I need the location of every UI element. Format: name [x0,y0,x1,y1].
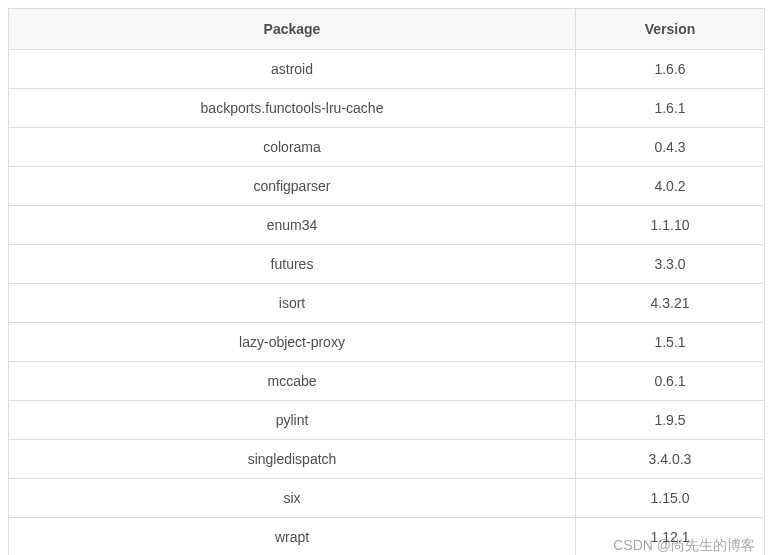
table-row: pylint1.9.5 [9,401,765,440]
cell-package: six [9,479,576,518]
cell-version: 4.0.2 [576,167,765,206]
table-header-row: Package Version [9,9,765,50]
cell-version: 3.3.0 [576,245,765,284]
cell-package: pylint [9,401,576,440]
cell-version: 3.4.0.3 [576,440,765,479]
table-row: astroid1.6.6 [9,50,765,89]
header-version: Version [576,9,765,50]
table-row: backports.functools-lru-cache1.6.1 [9,89,765,128]
cell-package: backports.functools-lru-cache [9,89,576,128]
table-row: six1.15.0 [9,479,765,518]
packages-table: Package Version astroid1.6.6backports.fu… [8,8,765,555]
cell-package: wrapt [9,518,576,556]
cell-version: 1.1.10 [576,206,765,245]
table-row: enum341.1.10 [9,206,765,245]
cell-version: 1.6.6 [576,50,765,89]
table-row: wrapt1.12.1 [9,518,765,556]
cell-package: futures [9,245,576,284]
cell-version: 0.6.1 [576,362,765,401]
cell-package: singledispatch [9,440,576,479]
table-row: configparser4.0.2 [9,167,765,206]
cell-version: 0.4.3 [576,128,765,167]
table-row: lazy-object-proxy1.5.1 [9,323,765,362]
cell-version: 1.6.1 [576,89,765,128]
cell-version: 1.5.1 [576,323,765,362]
table-row: mccabe0.6.1 [9,362,765,401]
table-row: futures3.3.0 [9,245,765,284]
cell-package: colorama [9,128,576,167]
header-package: Package [9,9,576,50]
table-row: singledispatch3.4.0.3 [9,440,765,479]
table-row: colorama0.4.3 [9,128,765,167]
cell-package: lazy-object-proxy [9,323,576,362]
cell-version: 1.9.5 [576,401,765,440]
cell-version: 4.3.21 [576,284,765,323]
cell-version: 1.12.1 [576,518,765,556]
cell-version: 1.15.0 [576,479,765,518]
cell-package: astroid [9,50,576,89]
cell-package: enum34 [9,206,576,245]
table-row: isort4.3.21 [9,284,765,323]
cell-package: configparser [9,167,576,206]
cell-package: isort [9,284,576,323]
cell-package: mccabe [9,362,576,401]
